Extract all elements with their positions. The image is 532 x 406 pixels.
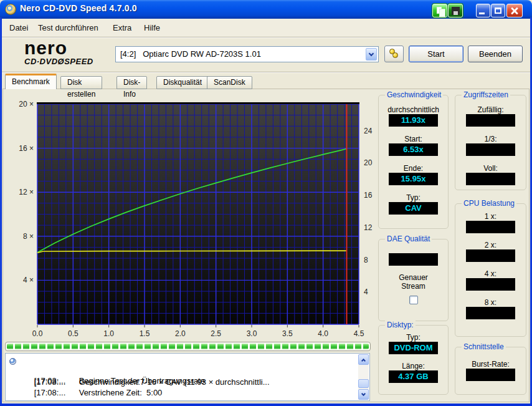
group-title: Disktyp:: [385, 321, 416, 329]
type-value: CAV: [389, 202, 438, 215]
disc-length-value: 4.37 GB: [389, 370, 438, 383]
group-title: Schnittstelle: [462, 342, 506, 351]
svg-text:1.5: 1.5: [140, 329, 150, 338]
full-access-value: [466, 173, 515, 185]
tab-benchmark[interactable]: Benchmark: [5, 74, 57, 89]
copy-icon: [437, 7, 442, 14]
end-label: Ende:: [404, 164, 423, 173]
svg-text:20 ×: 20 ×: [19, 100, 34, 109]
menu-extra[interactable]: Extra: [109, 22, 135, 34]
progress-fill: [7, 344, 369, 349]
minimize-icon: [479, 12, 485, 14]
avg-label: durchschnittlich: [387, 105, 440, 114]
log-box: [17:03:...Beginne Test der Übertragungsr…: [5, 353, 370, 401]
tab-disk-erstellen[interactable]: Disk erstellen: [60, 76, 102, 89]
scroll-down-button[interactable]: [358, 389, 369, 400]
scrollbar-thumb[interactable]: [358, 379, 369, 388]
group-cpu-belastung: CPU Belastung 1 x: 2 x: 4 x: 8 x:: [455, 203, 526, 337]
svg-text:4.0: 4.0: [318, 329, 328, 338]
cpu-1x-value: [466, 221, 515, 233]
beenden-button[interactable]: Beenden: [468, 46, 523, 62]
copy-to-clipboard-button[interactable]: [432, 4, 447, 17]
start-label: Start:: [404, 135, 422, 143]
svg-text:12: 12: [364, 223, 373, 232]
svg-text:2.5: 2.5: [211, 329, 221, 338]
logo-line2: CD·DVDØSPEED: [24, 57, 118, 66]
group-zugriffszeiten: Zugriffszeiten Zufällig: 1/3: Voll:: [455, 95, 526, 190]
group-geschwindigkeit: Geschwindigkeit durchschnittlich 11.93x …: [378, 95, 449, 229]
close-button[interactable]: [506, 4, 523, 17]
cpu-1x-label: 1 x:: [485, 212, 496, 221]
save-button[interactable]: [448, 4, 463, 17]
menu-test-durchfuehren[interactable]: Test durchführen: [34, 22, 102, 34]
svg-text:8: 8: [364, 256, 368, 264]
svg-text:12 ×: 12 ×: [19, 188, 34, 196]
speed-options-button[interactable]: [384, 46, 404, 62]
divider: [2, 72, 530, 73]
scroll-up-button[interactable]: [358, 354, 369, 365]
group-title: Geschwindigkeit: [385, 90, 443, 99]
svg-text:24: 24: [364, 127, 373, 135]
tab-diskqualitaet[interactable]: Diskqualität: [156, 76, 209, 89]
logo-line1: nero: [24, 40, 118, 56]
log-time: [17:08:...: [34, 388, 79, 397]
log-row: [17:08:...Verstrichene Zeit: 5:00: [9, 379, 162, 406]
save-icon: [452, 7, 460, 15]
one-third-access-value: [466, 143, 515, 156]
app-cd-clock-icon: [5, 4, 16, 15]
group-title: DAE Qualität: [385, 234, 432, 243]
app-window: Nero CD-DVD Speed 4.7.0.0 Datei Test dur…: [0, 0, 532, 406]
cpu-8x-value: [466, 307, 515, 319]
burst-rate-label: Burst-Rate:: [472, 360, 510, 369]
disc-length-label: Länge:: [402, 362, 425, 370]
random-access-value: [466, 114, 515, 127]
one-third-label: 1/3:: [484, 135, 496, 143]
start-button[interactable]: Start: [409, 46, 463, 62]
drive-select-dropdown-button[interactable]: [366, 48, 377, 60]
avg-speed-value: 11.93x: [389, 114, 438, 127]
full-label: Voll:: [483, 164, 498, 173]
accurate-stream-label: Genauer Stream: [394, 273, 433, 291]
svg-text:8 ×: 8 ×: [23, 232, 34, 241]
svg-text:3.5: 3.5: [282, 329, 293, 338]
minimize-button[interactable]: [476, 4, 490, 17]
disc-type-value: DVD-ROM: [389, 342, 438, 354]
random-label: Zufällig:: [477, 105, 503, 114]
svg-text:1.0: 1.0: [103, 329, 114, 338]
svg-text:2.0: 2.0: [175, 329, 186, 338]
cpu-2x-value: [466, 249, 515, 262]
maximize-button[interactable]: [491, 4, 505, 17]
svg-text:4 ×: 4 ×: [23, 276, 34, 284]
accurate-stream-checkbox[interactable]: [409, 296, 418, 304]
disc-type-label: Typ:: [406, 333, 420, 342]
cpu-4x-label: 4 x:: [485, 269, 496, 278]
maximize-icon: [495, 7, 501, 14]
titlebar[interactable]: Nero CD-DVD Speed 4.7.0.0: [0, 0, 532, 19]
menu-hilfe[interactable]: Hilfe: [140, 22, 164, 34]
menu-datei[interactable]: Datei: [6, 22, 32, 34]
chevron-down-icon: [369, 51, 374, 56]
log-text: Verstrichene Zeit: 5:00: [79, 388, 163, 397]
type-label: Typ:: [406, 193, 420, 202]
window-border: [0, 17, 2, 406]
end-speed-value: 15.95x: [389, 173, 438, 185]
menubar: Datei Test durchführen Extra Hilfe: [2, 19, 530, 37]
window-title: Nero CD-DVD Speed 4.7.0.0: [20, 3, 137, 13]
group-dae-qualitaet: DAE Qualität Genauer Stream: [378, 239, 449, 321]
dae-quality-value: [389, 253, 438, 266]
tab-scandisk[interactable]: ScanDisk: [207, 76, 252, 89]
drive-select-value: [4:2] Optiarc DVD RW AD-7203S 1.01: [120, 49, 261, 59]
svg-text:0.5: 0.5: [68, 329, 78, 338]
benchmark-chart: 20 ×16 ×12 ×8 ×4 ×24201612840.00.51.01.5…: [5, 95, 379, 339]
log-scrollbar[interactable]: [358, 354, 369, 400]
group-disktyp: Disktyp: Typ: DVD-ROM Länge: 4.37 GB: [378, 325, 449, 395]
svg-text:3.0: 3.0: [247, 329, 257, 338]
tab-disk-info[interactable]: Disk-Info: [116, 76, 147, 89]
start-speed-value: 6.53x: [389, 143, 438, 156]
disc-info-icon: [9, 358, 16, 365]
chevron-down-icon: [361, 392, 366, 396]
window-border: [0, 404, 532, 406]
cpu-8x-label: 8 x:: [485, 298, 496, 307]
nero-logo: nero CD·DVDØSPEED: [24, 40, 118, 66]
drive-select[interactable]: [4:2] Optiarc DVD RW AD-7203S 1.01: [115, 46, 379, 62]
